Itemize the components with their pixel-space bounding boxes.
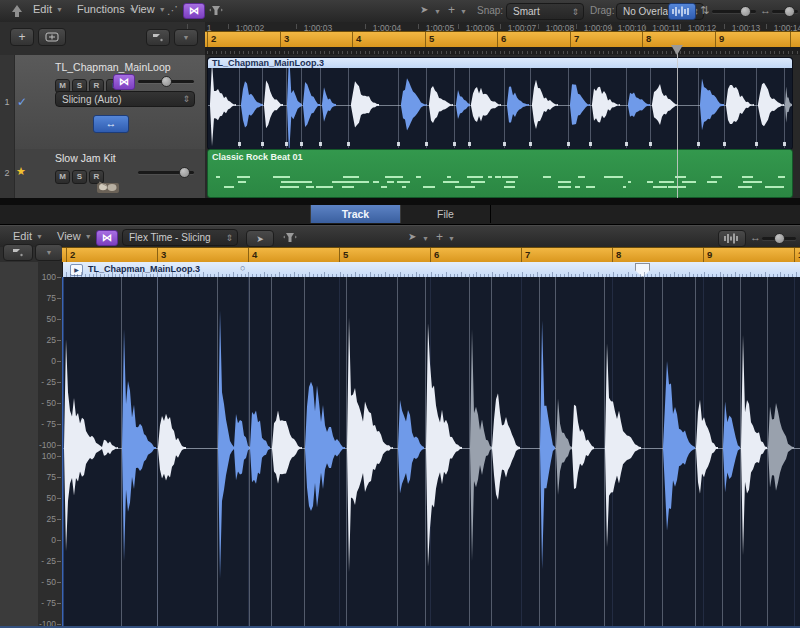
- bar-line: [790, 32, 791, 48]
- ruler-tick: [405, 51, 406, 54]
- drag-mode-icon[interactable]: ⋰: [167, 4, 178, 17]
- track-header-1[interactable]: 1 ✓ TL_Chapman_MainLoop MSRI ⋈ Slicing (…: [0, 55, 205, 150]
- solo-button[interactable]: S: [72, 170, 87, 184]
- midi-note: [575, 186, 580, 188]
- waveform-icon: [720, 232, 744, 245]
- track-enable-checkbox[interactable]: ✓: [17, 95, 27, 109]
- waveform-zoom-button[interactable]: [668, 3, 696, 20]
- snap-dropdown[interactable]: Smart ⇕: [506, 3, 584, 20]
- midi-note: [397, 181, 410, 183]
- editor-waveform-area[interactable]: [62, 277, 800, 626]
- editor-flex-button[interactable]: ⋈: [96, 230, 118, 246]
- edit-menu-label: Edit: [33, 3, 52, 15]
- midi-note: [238, 181, 246, 183]
- chevron-down-icon[interactable]: ▼: [422, 235, 429, 242]
- track-star-icon[interactable]: ★: [16, 165, 26, 178]
- ruler-tick: [788, 51, 789, 54]
- ruler-tick: [612, 51, 613, 54]
- editor-region-menu-button[interactable]: [3, 244, 33, 261]
- volume-knob[interactable]: [179, 167, 190, 178]
- editor-zoom-preset-button[interactable]: ▼: [35, 244, 63, 261]
- ruler-tick: [302, 51, 303, 54]
- midi-region[interactable]: Classic Rock Beat 01: [207, 149, 793, 198]
- catch-playhead-button[interactable]: ➤: [246, 230, 274, 247]
- pointer-tool-button[interactable]: ➤: [420, 4, 428, 15]
- bar-line: [425, 32, 426, 48]
- ruler-tick: [378, 51, 379, 54]
- scale-value: 25: [47, 514, 56, 524]
- horizontal-zoom-knob[interactable]: [784, 6, 795, 17]
- mute-button[interactable]: M: [55, 170, 70, 184]
- bar-number: 9: [707, 249, 712, 260]
- editor-hzoom-knob[interactable]: [774, 233, 785, 244]
- editor-edit-menu[interactable]: Edit▼: [6, 227, 50, 245]
- ruler-tick: [576, 51, 577, 54]
- chevron-down-icon[interactable]: ▼: [460, 8, 467, 15]
- crosshair-tool-button[interactable]: +: [448, 3, 455, 17]
- vertical-zoom-knob[interactable]: [740, 6, 751, 17]
- scale-tick: [57, 477, 61, 478]
- tab-file[interactable]: File: [400, 205, 491, 223]
- filter-icon[interactable]: [208, 5, 224, 17]
- midi-note: [558, 186, 571, 188]
- midi-note: [488, 176, 491, 178]
- add-track-button[interactable]: +: [10, 28, 34, 46]
- track-flex-button[interactable]: ⋈: [113, 74, 135, 90]
- bar-number: 7: [574, 33, 579, 44]
- track-lanes[interactable]: TL_Chapman_MainLoop.3 Classic Rock Beat …: [205, 55, 800, 198]
- midi-note: [565, 181, 568, 183]
- duplicate-track-button[interactable]: [38, 28, 66, 46]
- ruler-tick: [662, 51, 663, 54]
- chevron-down-icon[interactable]: ▼: [448, 235, 455, 242]
- region-loop-icon[interactable]: ○: [240, 263, 245, 273]
- ruler-tick: [419, 51, 420, 54]
- bar-line: [248, 248, 249, 263]
- ruler-tick: [365, 24, 366, 29]
- editor-crosshair-tool[interactable]: +: [436, 230, 443, 244]
- ruler-tick: [315, 51, 316, 54]
- midi-note: [288, 181, 306, 183]
- editor-region-title: TL_Chapman_MainLoop.3: [88, 264, 200, 274]
- midi-note: [628, 181, 631, 183]
- flex-range-button[interactable]: ↔: [93, 115, 129, 133]
- editor-filter-icon[interactable]: [282, 232, 298, 244]
- bar-number: 2: [211, 33, 216, 44]
- track-name[interactable]: TL_Chapman_MainLoop: [55, 61, 171, 73]
- scale-tick: [57, 403, 61, 404]
- ruler-tick: [306, 51, 307, 54]
- view-menu[interactable]: View▼: [124, 0, 173, 18]
- ruler-tick: [261, 51, 262, 54]
- track-sort-button[interactable]: [146, 29, 170, 46]
- bar-line: [570, 32, 571, 48]
- ruler-tick: [297, 51, 298, 54]
- tab-track[interactable]: Track: [310, 205, 401, 223]
- chevron-down-icon[interactable]: ▼: [434, 8, 441, 15]
- editor-waveform-zoom-button[interactable]: [718, 230, 746, 247]
- ruler-tick: [711, 51, 712, 54]
- track-zoom-preset-button[interactable]: ▼: [174, 29, 198, 46]
- ruler-tick: [680, 24, 681, 29]
- scale-value: - 75: [41, 419, 56, 429]
- ruler-tick: [464, 51, 465, 54]
- editor-view-menu[interactable]: View▼: [50, 227, 99, 245]
- midi-note: [471, 181, 485, 183]
- ruler-tick: [608, 51, 609, 54]
- audio-region[interactable]: TL_Chapman_MainLoop.3: [207, 57, 793, 150]
- flex-algorithm-dropdown[interactable]: Slicing (Auto) ⇕: [55, 91, 195, 107]
- bar-line: [157, 248, 158, 263]
- ruler-tick: [279, 51, 280, 54]
- horizontal-zoom-icon: ↔: [760, 4, 771, 16]
- editor-region-strip[interactable]: ▶ TL_Chapman_MainLoop.3 ○: [62, 262, 800, 278]
- track-header-2[interactable]: 2 ★ Slow Jam Kit MSR: [0, 149, 205, 199]
- ruler-tick: [639, 51, 640, 54]
- track-name[interactable]: Slow Jam Kit: [55, 152, 116, 164]
- edit-menu[interactable]: Edit▼: [26, 0, 70, 18]
- flex-mode-dropdown[interactable]: Flex Time - Slicing ⇕: [122, 229, 238, 246]
- pane-divider[interactable]: [0, 198, 800, 205]
- volume-knob[interactable]: [161, 76, 172, 87]
- flex-mode-button[interactable]: ⋈: [183, 3, 205, 19]
- nudge-cursor-icon[interactable]: [10, 4, 24, 18]
- ruler-tick: [486, 51, 487, 54]
- editor-pointer-tool[interactable]: ➤: [408, 231, 416, 242]
- ruler-tick: [766, 24, 767, 29]
